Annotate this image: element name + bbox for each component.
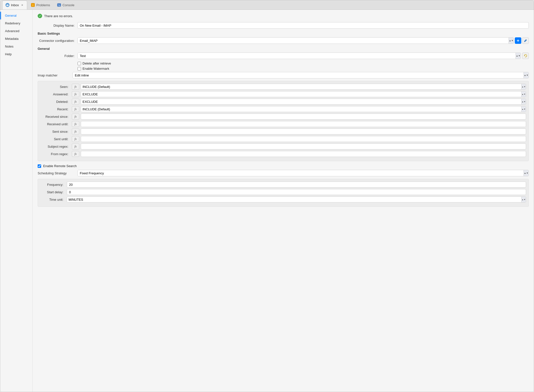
inbox-tab-icon bbox=[5, 3, 9, 7]
scheduling-strategy-select[interactable]: Fixed Frequency bbox=[78, 170, 524, 176]
sidebar-item-help[interactable]: Help bbox=[0, 50, 32, 58]
tab-inbox-label: Inbox bbox=[11, 3, 19, 7]
delete-after-retrieve-label[interactable]: Delete after retrieve bbox=[78, 62, 111, 65]
add-connector-button[interactable]: + bbox=[515, 37, 521, 44]
matcher-from-regex-row: From regex: fx bbox=[40, 151, 526, 157]
matcher-answered-label: Answered: bbox=[40, 92, 70, 96]
matcher-recent-label: Recent: bbox=[40, 107, 70, 111]
connector-config-label: Connector configuration: bbox=[38, 39, 78, 43]
frequency-row: Frequency: bbox=[40, 182, 526, 188]
sent-until-input[interactable] bbox=[81, 136, 526, 142]
seen-select[interactable]: INCLUDE (Default) EXCLUDE IGNORE bbox=[81, 84, 521, 89]
time-unit-label: Time unit: bbox=[40, 198, 65, 201]
connector-config-row: Connector configuration: Email_IMAP ▲▼ + bbox=[38, 37, 529, 44]
sidebar-item-redelivery[interactable]: Redelivery bbox=[0, 19, 32, 27]
enable-remote-search-row: Enable Remote Search bbox=[38, 164, 529, 168]
answered-fx-button[interactable]: fx bbox=[72, 91, 79, 97]
matcher-subject-regex-label: Subject regex: bbox=[40, 145, 70, 148]
start-delay-row: Start delay: bbox=[40, 189, 526, 195]
matcher-deleted-row: Deleted: fx INCLUDE (Default) EXCLUDE IG… bbox=[40, 99, 526, 105]
imap-matcher-arrows[interactable]: ▲▼ bbox=[524, 72, 529, 78]
matcher-sent-until-row: Sent until: fx bbox=[40, 136, 526, 142]
sent-since-input[interactable] bbox=[81, 129, 526, 134]
sidebar-item-advanced[interactable]: Advanced bbox=[0, 27, 32, 35]
subject-regex-fx-button[interactable]: fx bbox=[72, 143, 79, 149]
console-tab-icon: » bbox=[57, 3, 61, 7]
scheduling-strategy-row: Scheduling Strategy Fixed Frequency ▲▼ bbox=[38, 170, 529, 176]
tab-inbox-close[interactable]: ✕ bbox=[20, 3, 24, 7]
time-unit-select[interactable]: MILLISECONDS SECONDS MINUTES HOURS bbox=[67, 197, 521, 202]
edit-connector-button[interactable] bbox=[522, 37, 529, 44]
deleted-fx-button[interactable]: fx bbox=[72, 99, 79, 105]
scheduling-section: Frequency: Start delay: Time unit: MILLI… bbox=[38, 179, 529, 207]
received-since-fx-button[interactable]: fx bbox=[72, 114, 79, 120]
seen-fx-button[interactable]: fx bbox=[72, 84, 79, 90]
received-since-input[interactable] bbox=[81, 114, 526, 120]
deleted-select-arrows[interactable]: ▲▼ bbox=[521, 99, 526, 104]
display-name-row: Display Name: bbox=[38, 22, 529, 29]
matcher-answered-row: Answered: fx INCLUDE (Default) EXCLUDE I… bbox=[40, 91, 526, 97]
deleted-select[interactable]: INCLUDE (Default) EXCLUDE IGNORE bbox=[81, 99, 521, 104]
enable-watermark-label[interactable]: Enable Watermark bbox=[78, 67, 109, 70]
answered-select-arrows[interactable]: ▲▼ bbox=[521, 91, 526, 97]
scheduling-strategy-arrows[interactable]: ▲▼ bbox=[524, 170, 529, 176]
connector-config-arrows[interactable]: ▲▼ bbox=[509, 38, 514, 44]
subject-regex-input[interactable] bbox=[81, 143, 526, 149]
matcher-received-until-label: Received until: bbox=[40, 122, 70, 126]
folder-select[interactable]: Test bbox=[78, 53, 516, 59]
folder-row: Folder: Test ▲▼ bbox=[38, 53, 529, 59]
imap-matcher-row: Imap matcher Edit inline ▲▼ bbox=[38, 72, 529, 78]
connector-config-select[interactable]: Email_IMAP bbox=[78, 38, 509, 44]
sidebar-item-general[interactable]: General bbox=[0, 12, 32, 19]
sidebar-item-notes[interactable]: Notes bbox=[0, 43, 32, 50]
matcher-seen-label: Seen: bbox=[40, 85, 70, 89]
scheduling-strategy-label: Scheduling Strategy bbox=[38, 171, 78, 175]
problems-tab-icon: ! bbox=[31, 3, 35, 7]
tab-console[interactable]: » Console bbox=[54, 0, 78, 9]
answered-select[interactable]: INCLUDE (Default) EXCLUDE IGNORE bbox=[81, 91, 521, 97]
sent-until-fx-button[interactable]: fx bbox=[72, 136, 79, 142]
recent-select-arrows[interactable]: ▲▼ bbox=[521, 106, 526, 112]
delete-after-retrieve-checkbox[interactable] bbox=[78, 62, 81, 65]
frequency-input[interactable] bbox=[67, 182, 526, 188]
matcher-subject-regex-row: Subject regex: fx bbox=[40, 143, 526, 149]
time-unit-arrows[interactable]: ▲▼ bbox=[521, 197, 526, 202]
svg-text:!: ! bbox=[32, 4, 33, 6]
status-success-icon: ✓ bbox=[38, 14, 42, 18]
matcher-sent-since-row: Sent since: fx bbox=[40, 129, 526, 134]
received-until-fx-button[interactable]: fx bbox=[72, 121, 79, 127]
status-message: There are no errors. bbox=[44, 14, 73, 18]
matcher-sent-since-label: Sent since: bbox=[40, 130, 70, 133]
matcher-from-regex-label: From regex: bbox=[40, 152, 70, 156]
from-regex-input[interactable] bbox=[81, 151, 526, 157]
start-delay-input[interactable] bbox=[67, 189, 526, 195]
matcher-section: Seen: fx INCLUDE (Default) EXCLUDE IGNOR… bbox=[38, 81, 529, 161]
svg-text:»: » bbox=[58, 4, 60, 6]
display-name-input[interactable] bbox=[78, 22, 529, 29]
status-bar: ✓ There are no errors. bbox=[38, 14, 529, 18]
imap-matcher-label: Imap matcher bbox=[38, 73, 73, 77]
enable-watermark-checkbox[interactable] bbox=[78, 67, 81, 70]
sent-since-fx-button[interactable]: fx bbox=[72, 129, 79, 134]
tab-inbox[interactable]: Inbox ✕ bbox=[2, 0, 27, 9]
enable-remote-search-label: Enable Remote Search bbox=[43, 164, 77, 168]
tab-bar: Inbox ✕ ! Problems » Console bbox=[0, 0, 534, 10]
recent-fx-button[interactable]: fx bbox=[72, 106, 79, 112]
enable-remote-search-checkbox[interactable] bbox=[38, 164, 41, 168]
folder-arrows[interactable]: ▲▼ bbox=[516, 53, 521, 59]
tab-problems[interactable]: ! Problems bbox=[28, 0, 53, 9]
from-regex-fx-button[interactable]: fx bbox=[72, 151, 79, 157]
recent-select[interactable]: INCLUDE (Default) EXCLUDE IGNORE bbox=[81, 106, 521, 112]
seen-select-arrows[interactable]: ▲▼ bbox=[521, 84, 526, 89]
basic-settings-title: Basic Settings bbox=[38, 32, 529, 35]
display-name-label: Display Name: bbox=[38, 24, 78, 27]
received-until-input[interactable] bbox=[81, 121, 526, 127]
matcher-seen-row: Seen: fx INCLUDE (Default) EXCLUDE IGNOR… bbox=[40, 84, 526, 90]
tab-problems-label: Problems bbox=[36, 3, 50, 7]
imap-matcher-select[interactable]: Edit inline bbox=[73, 72, 524, 78]
sidebar-item-metadata[interactable]: Metadata bbox=[0, 35, 32, 43]
folder-refresh-button[interactable] bbox=[522, 53, 529, 59]
general-section-title: General bbox=[38, 47, 529, 51]
matcher-deleted-label: Deleted: bbox=[40, 100, 70, 104]
matcher-received-since-label: Received since: bbox=[40, 115, 70, 119]
